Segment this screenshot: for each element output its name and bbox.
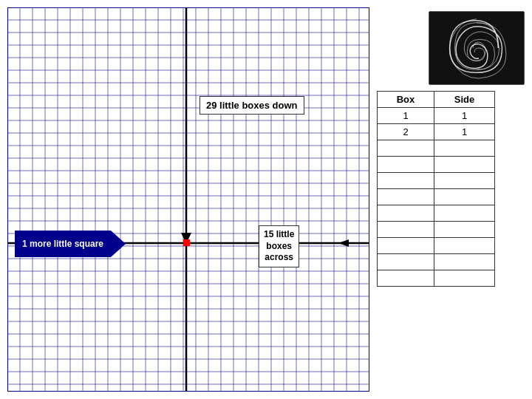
cell-side xyxy=(434,140,495,157)
cell-box xyxy=(378,270,434,287)
cell-side xyxy=(434,157,495,173)
grid-area: 29 little boxes down 15 little boxes acr… xyxy=(7,7,369,392)
cell-box xyxy=(378,140,434,157)
col-side-header: Side xyxy=(434,92,495,108)
cell-box: 2 xyxy=(378,124,434,140)
table-row xyxy=(378,254,495,270)
table-row xyxy=(378,270,495,287)
cell-side xyxy=(434,173,495,189)
cell-side xyxy=(434,222,495,238)
arrow-body-text: 1 more little square xyxy=(15,231,111,257)
cell-side xyxy=(434,254,495,270)
cell-box xyxy=(378,222,434,238)
cell-box: 1 xyxy=(378,108,434,124)
col-box-header: Box xyxy=(378,92,434,108)
table-row xyxy=(378,157,495,173)
cell-side xyxy=(434,205,495,222)
nautilus-svg xyxy=(429,12,524,84)
label-across: 15 little boxes across xyxy=(259,225,299,267)
cell-box xyxy=(378,189,434,205)
data-table: Box Side 1121 xyxy=(377,91,495,287)
table-row xyxy=(378,173,495,189)
arrow-head xyxy=(111,231,126,257)
arrow-shape: 1 more little square xyxy=(15,231,126,257)
table-row xyxy=(378,238,495,254)
table-row: 21 xyxy=(378,124,495,140)
cell-side xyxy=(434,189,495,205)
table-row xyxy=(378,205,495,222)
cell-side: 1 xyxy=(434,108,495,124)
svg-rect-62 xyxy=(183,239,190,246)
cell-box xyxy=(378,238,434,254)
right-panel: Box Side 1121 xyxy=(377,7,525,392)
table-row xyxy=(378,140,495,157)
cell-side xyxy=(434,238,495,254)
label-more-square: 1 more little square xyxy=(15,231,126,257)
main-container: 29 little boxes down 15 little boxes acr… xyxy=(0,0,532,399)
grid-svg xyxy=(7,7,369,392)
table-row xyxy=(378,189,495,205)
cell-box xyxy=(378,254,434,270)
cell-side: 1 xyxy=(434,124,495,140)
table-row xyxy=(378,222,495,238)
cell-box xyxy=(378,157,434,173)
table-row: 11 xyxy=(378,108,495,124)
cell-box xyxy=(378,173,434,189)
label-down: 29 little boxes down xyxy=(200,96,304,115)
cell-side xyxy=(434,270,495,287)
cell-box xyxy=(378,205,434,222)
nautilus-image xyxy=(429,11,525,85)
